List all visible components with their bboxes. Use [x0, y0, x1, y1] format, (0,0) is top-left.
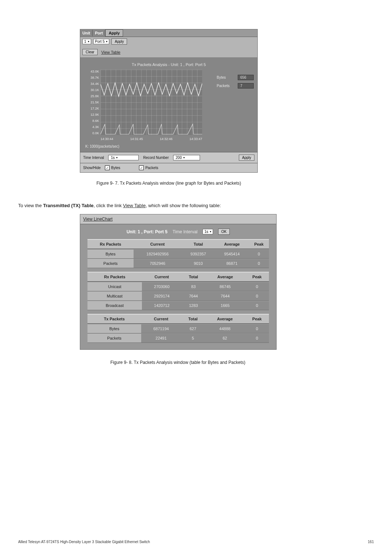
packets-label: Packets: [217, 84, 235, 88]
unit-select[interactable]: 1: [82, 39, 91, 44]
unit-port-label: Unit: 1 , Port: Port 5: [127, 229, 168, 234]
bytes-label: Bytes: [217, 75, 235, 79]
cell: 0: [245, 301, 269, 310]
cell: 22491: [141, 333, 181, 343]
time-interval-label-2: Time Interval: [172, 229, 197, 234]
body-text-mid: , click the link: [94, 203, 123, 208]
cell: 2703060: [142, 282, 181, 291]
chart-plot: [101, 70, 202, 135]
record-number-select[interactable]: 200: [173, 155, 200, 160]
tx-packets-chart-window: Unit Port Apply 1 Port 5 Apply Clear Vie…: [80, 29, 258, 173]
col-head: Rx Packets: [87, 239, 134, 249]
port-header-label: Port: [93, 30, 105, 36]
ytick: 30.1K: [84, 88, 99, 92]
cell: 1665: [205, 301, 245, 310]
header-row-actions: Clear View Table: [80, 46, 257, 57]
table-row: Broadcast 1420712 1283 1665 0: [87, 301, 269, 310]
page: Unit Port Apply 1 Port 5 Apply Clear Vie…: [0, 0, 392, 554]
time-interval-select[interactable]: 1s: [108, 155, 139, 160]
xtick: 14:33:47: [189, 137, 202, 141]
header-row-selects: 1 Port 5 Apply: [80, 37, 257, 46]
rx-packets-table-2: Rx Packets Current Total Average Peak Un…: [87, 272, 269, 310]
cell: 83: [181, 282, 205, 291]
ytick: 4.3K: [84, 125, 99, 129]
row-label: Broadcast: [87, 301, 142, 310]
body-text-post: , which will show the following table:: [146, 203, 221, 208]
port-select[interactable]: Port 5: [93, 39, 110, 44]
row-label: Bytes: [87, 249, 134, 259]
controls-row-1: Time Interval 1s Record Number 200 Apply: [80, 152, 257, 163]
time-interval-select-2[interactable]: 1s: [203, 229, 213, 234]
ok-button[interactable]: OK: [218, 229, 230, 235]
page-number: 161: [368, 540, 374, 544]
ytick: 0.0K: [84, 131, 99, 135]
xtick: 14:31:45: [130, 137, 143, 141]
checkbox-box-icon: ✓: [139, 165, 144, 170]
k-note: K: 1000(packets/sec): [84, 141, 254, 150]
packets-checkbox-label: Packets: [145, 166, 158, 170]
cell: 5: [181, 333, 205, 343]
cell: 0: [245, 291, 269, 301]
cell: 6871194: [141, 324, 181, 333]
time-interval-label: Time Interval: [83, 156, 104, 160]
row-label: Bytes: [87, 324, 141, 333]
series-bytes: [101, 83, 202, 97]
col-head: Total: [181, 272, 205, 282]
col-head: Average: [215, 239, 249, 249]
checkbox-box-icon: ✓: [105, 165, 110, 170]
cell: 9392357: [181, 249, 215, 259]
cell: 2929174: [142, 291, 181, 301]
controls-apply-button[interactable]: Apply: [239, 155, 254, 161]
rx-packets-table-1: Rx Packets Current Total Average Peak By…: [87, 239, 269, 268]
cell: 7644: [181, 291, 205, 301]
col-head: Average: [205, 314, 245, 324]
record-number-label: Record Number: [143, 156, 169, 160]
footer-product-name: Allied Telesyn AT-9724TS High-Density La…: [18, 540, 150, 544]
cell: 1283: [181, 301, 205, 310]
apply-button[interactable]: Apply: [111, 38, 127, 45]
cell: 0: [249, 259, 269, 268]
col-head: Average: [205, 272, 245, 282]
row-label: Packets: [87, 259, 134, 268]
page-footer: Allied Telesyn AT-9724TS High-Density La…: [18, 540, 374, 544]
chart-svg: [101, 70, 202, 135]
apply-header-label: Apply: [105, 29, 123, 37]
packets-value: 7: [238, 83, 254, 89]
chart-title: Tx Packets Analysis - Unit: 1 , Port: Po…: [84, 61, 254, 70]
bytes-checkbox[interactable]: ✓ Bytes: [105, 165, 120, 170]
col-head: Current: [141, 314, 181, 324]
body-text-bold: Transmitted (TX) Table: [43, 203, 94, 208]
cell: 0: [245, 324, 269, 333]
packets-checkbox[interactable]: ✓ Packets: [139, 165, 158, 170]
cell: 0: [245, 282, 269, 291]
col-head: Peak: [245, 272, 269, 282]
bytes-value: 656: [238, 75, 254, 80]
body-text-pre: To view the: [18, 203, 43, 208]
cell: 86871: [215, 259, 249, 268]
table-head-row: Tx Packets Current Total Average Peak: [87, 314, 269, 324]
clear-button[interactable]: Clear: [82, 49, 98, 55]
col-head: Total: [181, 239, 215, 249]
chart-window-header: Unit Port Apply 1 Port 5 Apply Clear Vie…: [80, 29, 257, 57]
ytick: 43.0K: [84, 70, 99, 73]
row-label: Unicast: [87, 282, 142, 291]
y-axis-ticks: 43.0K 38.7K 34.4K 30.1K 25.8K 21.5K 17.2…: [84, 70, 101, 135]
cell: 7052946: [134, 259, 181, 268]
xtick: 14:32:46: [160, 137, 172, 141]
row-label: Packets: [87, 333, 141, 343]
view-linechart-link[interactable]: View LineChart: [83, 217, 113, 222]
view-table-link[interactable]: View Table: [101, 50, 121, 54]
figure-2-caption: Figure 9- 8. Tx Packets Analysis window …: [80, 360, 276, 365]
table-row: Unicast 2703060 83 86745 0: [87, 282, 269, 291]
showhide-label: Show/Hide: [83, 166, 101, 170]
table-head-row: Rx Packets Current Total Average Peak: [87, 272, 269, 282]
cell: 9545414: [215, 249, 249, 259]
cell: 627: [181, 324, 205, 333]
bytes-checkbox-label: Bytes: [111, 166, 120, 170]
cell: 1829492956: [134, 249, 181, 259]
cell: 86745: [205, 282, 245, 291]
body-text-link: View Table: [123, 203, 146, 208]
view-linechart-link-bar: View LineChart: [80, 214, 276, 224]
table-head-row: Rx Packets Current Total Average Peak: [87, 239, 269, 249]
cell: 7644: [205, 291, 245, 301]
